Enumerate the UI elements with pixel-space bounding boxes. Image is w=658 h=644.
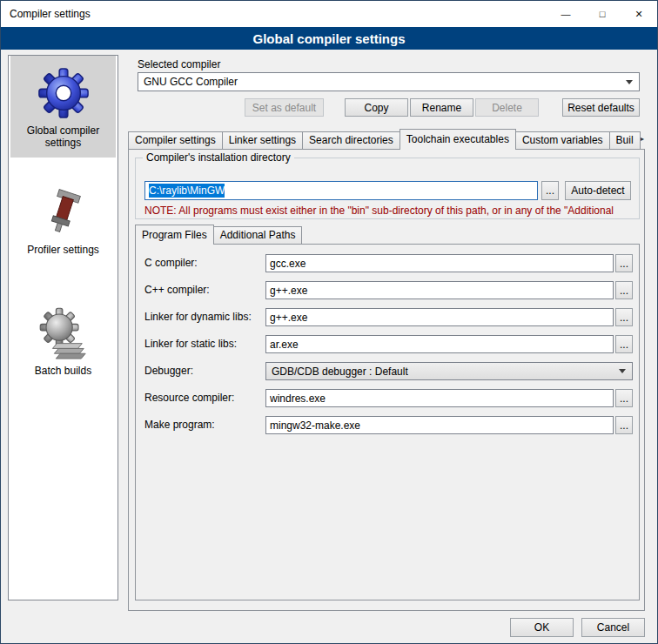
rename-button[interactable]: Rename — [410, 98, 473, 117]
tab-compiler-settings[interactable]: Compiler settings — [128, 131, 223, 149]
sidebar-item-batch-builds[interactable]: Batch builds — [10, 296, 116, 386]
set-as-default-button[interactable]: Set as default — [245, 98, 324, 117]
c-compiler-input[interactable] — [265, 254, 614, 272]
window-title: Compiler settings — [1, 8, 91, 20]
compiler-gear-icon — [37, 66, 91, 120]
delete-button[interactable]: Delete — [475, 98, 539, 117]
tab-build-truncated[interactable]: Buil — [609, 131, 641, 149]
subtab-additional-paths[interactable]: Additional Paths — [213, 226, 303, 244]
installation-path-selected-text: C:\raylib\MinGW — [149, 184, 225, 198]
sidebar-item-global-compiler-settings[interactable]: Global compiler settings — [10, 56, 116, 158]
installation-directory-group: Compiler's installation directory C:\ray… — [135, 158, 640, 219]
installation-note: NOTE: All programs must exist either in … — [144, 205, 634, 217]
toolchain-panel: Compiler's installation directory C:\ray… — [128, 149, 645, 611]
make-program-label: Make program: — [144, 419, 215, 431]
tab-custom-variables[interactable]: Custom variables — [515, 131, 610, 149]
resource-compiler-label: Resource compiler: — [144, 392, 234, 404]
sidebar-item-label: Batch builds — [16, 365, 111, 377]
dynamic-linker-input[interactable] — [265, 308, 614, 326]
c-compiler-label: C compiler: — [144, 257, 198, 269]
tab-linker-settings[interactable]: Linker settings — [222, 131, 303, 149]
resource-compiler-browse-button[interactable]: ... — [615, 389, 633, 407]
subtab-program-files[interactable]: Program Files — [135, 225, 214, 245]
compiler-tabs: Compiler settings Linker settings Search… — [128, 129, 640, 149]
dynamic-linker-browse-button[interactable]: ... — [615, 308, 633, 326]
settings-category-list: Global compiler settings Profiler settin… — [8, 55, 118, 600]
copy-button[interactable]: Copy — [345, 98, 408, 117]
static-linker-label: Linker for static libs: — [144, 338, 237, 350]
window-controls: — □ ✕ — [547, 1, 657, 27]
selected-compiler-label: Selected compiler — [138, 58, 220, 70]
cpp-compiler-label: C++ compiler: — [144, 284, 210, 296]
debugger-select-value: GDB/CDB debugger : Default — [272, 366, 408, 378]
cancel-button[interactable]: Cancel — [581, 618, 645, 637]
titlebar: Compiler settings — □ ✕ — [1, 1, 657, 27]
executables-subtabs: Program Files Additional Paths — [135, 225, 301, 245]
dynamic-linker-label: Linker for dynamic libs: — [144, 311, 252, 323]
page-title: Global compiler settings — [1, 27, 657, 50]
sidebar-item-label: Global compiler settings — [16, 124, 111, 149]
make-program-browse-button[interactable]: ... — [615, 416, 633, 434]
resource-compiler-input[interactable] — [265, 389, 614, 407]
reset-defaults-button[interactable]: Reset defaults — [562, 98, 640, 117]
maximize-icon[interactable]: □ — [584, 1, 621, 27]
batch-builds-icon — [37, 306, 91, 360]
sidebar-item-label: Profiler settings — [16, 244, 111, 256]
static-linker-browse-button[interactable]: ... — [615, 335, 633, 353]
installation-directory-legend: Compiler's installation directory — [143, 151, 294, 164]
debugger-label: Debugger: — [144, 365, 193, 377]
make-program-input[interactable] — [265, 416, 614, 434]
chevron-down-icon — [626, 80, 633, 84]
profiler-icon — [38, 185, 89, 239]
sidebar-item-profiler-settings[interactable]: Profiler settings — [10, 175, 116, 265]
program-files-panel: C compiler: ... C++ compiler: ... Linker… — [135, 244, 640, 600]
close-icon[interactable]: ✕ — [621, 1, 657, 27]
tab-toolchain-executables[interactable]: Toolchain executables — [400, 129, 516, 150]
compiler-select[interactable]: GNU GCC Compiler — [138, 72, 640, 91]
debugger-select[interactable]: GDB/CDB debugger : Default — [265, 362, 633, 380]
cpp-compiler-input[interactable] — [265, 281, 614, 299]
static-linker-input[interactable] — [265, 335, 614, 353]
installation-directory-input[interactable]: C:\raylib\MinGW — [144, 181, 538, 200]
dialog-content: Global compiler settings Profiler settin… — [1, 50, 657, 644]
minimize-icon[interactable]: — — [547, 1, 584, 27]
compiler-select-value: GNU GCC Compiler — [144, 76, 238, 88]
ok-button[interactable]: OK — [510, 618, 574, 637]
compiler-settings-dialog: Compiler settings — □ ✕ Global compiler … — [0, 0, 658, 644]
c-compiler-browse-button[interactable]: ... — [615, 254, 633, 272]
auto-detect-button[interactable]: Auto-detect — [565, 181, 631, 200]
cpp-compiler-browse-button[interactable]: ... — [615, 281, 633, 299]
tab-search-directories[interactable]: Search directories — [302, 131, 400, 149]
installation-browse-button[interactable]: ... — [541, 181, 559, 200]
chevron-down-icon — [619, 369, 626, 373]
